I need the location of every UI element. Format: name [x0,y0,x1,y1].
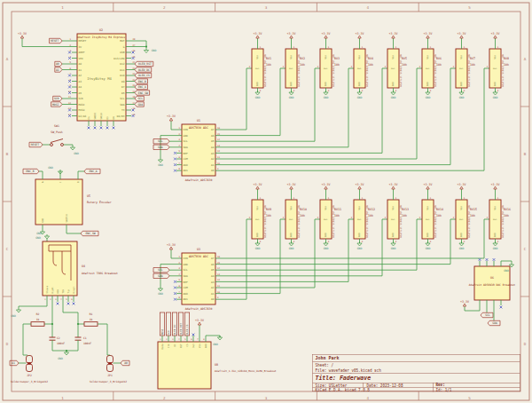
solder-jumper-JP1[interactable] [107,356,113,364]
power-3v3-symbol[interactable] [460,36,463,38]
gnd-symbol[interactable] [426,92,430,95]
power-3v3-symbol[interactable] [325,36,327,38]
gnd-symbol[interactable] [70,147,74,150]
gnd-symbol[interactable] [324,243,328,246]
power-3v3-symbol[interactable] [169,247,172,249]
wire[interactable] [64,145,74,146]
resistor-R1[interactable] [84,322,98,327]
power-3v3-symbol[interactable] [256,36,259,38]
wire[interactable] [22,43,72,47]
wire[interactable] [501,261,512,263]
net-wire[interactable] [221,219,320,288]
power-3v3-symbol[interactable] [463,304,466,306]
power-3v3-symbol[interactable] [169,118,172,121]
gnd-symbol[interactable] [255,92,260,95]
jumper-ref: JP2 [27,374,32,377]
gnd-symbol[interactable] [289,243,293,246]
power-3v3-symbol[interactable] [325,186,327,189]
gnd-symbol[interactable] [44,236,49,239]
gnd-symbol[interactable] [391,92,395,95]
wire[interactable] [98,324,110,355]
pot-value: 10k [504,63,509,67]
power-3v3-symbol[interactable] [256,186,259,189]
switch-contact[interactable] [51,144,53,146]
title-block[interactable]: John Park Sheet: / File: wavefader_v05.k… [312,354,520,391]
wire[interactable] [171,254,176,258]
gnd-symbol[interactable] [459,92,464,95]
gnd-label: GND [459,247,465,250]
pin-number: 1 [328,197,330,200]
power-3v3-symbol[interactable] [290,186,293,189]
gnd-symbol[interactable] [64,352,68,355]
pot-lib-name: Adafruit SC6021 Pot 10k [467,204,471,238]
pot-ref: RV13 [402,208,409,211]
pin-name: GND [42,217,44,222]
power-3v3-symbol[interactable] [20,36,23,38]
gnd-symbol[interactable] [493,92,497,95]
pot-value: 10k [436,214,442,217]
solder-jumper-JP2[interactable] [27,364,33,372]
power-3v3-symbol[interactable] [494,186,497,189]
net-wire[interactable] [221,68,320,141]
wire[interactable] [63,302,78,337]
capacitor-C2[interactable] [50,337,56,340]
global-label-text: SDA [158,146,163,149]
power-3v3-symbol[interactable] [460,186,463,189]
pin-number: 3 [260,90,262,92]
power-3v3-symbol[interactable] [392,36,395,38]
wire[interactable] [23,324,31,355]
schematic-canvas[interactable]: 1122334455AABBCCDDU1ADS7830 ADCAdafruit_… [0,0,532,403]
gnd-symbol[interactable] [357,243,362,246]
rotary-encoder-U5[interactable] [35,179,82,225]
pin-name: REF [184,152,188,155]
power-3v3-symbol[interactable] [426,36,429,38]
pot-lib-name: Adafruit SC6021 Pot 10k [434,204,437,238]
gnd-symbol[interactable] [144,51,148,53]
pin-number: 2 [453,66,455,68]
gnd-symbol[interactable] [493,243,497,246]
wire[interactable] [171,125,176,130]
pin-name: D12 [120,62,124,66]
gnd-symbol[interactable] [426,243,430,246]
gnd-symbol[interactable] [357,92,362,95]
net-wire[interactable] [221,68,252,130]
power-3v3-symbol[interactable] [426,186,429,189]
gnd-label: GND [11,314,16,318]
switch-contact[interactable] [61,144,64,146]
wire[interactable] [19,302,47,308]
pin-number: 6 [71,298,73,301]
gnd-symbol[interactable] [217,337,222,340]
wire[interactable] [39,171,43,174]
gnd-symbol[interactable] [391,243,395,246]
gnd-symbol[interactable] [459,243,464,246]
gnd-symbol[interactable] [158,160,162,162]
solder-jumper-JP1[interactable] [107,364,113,372]
wire[interactable] [78,171,84,174]
wire[interactable] [66,225,81,233]
wire[interactable] [66,340,78,351]
pin-number: 2 [419,217,421,219]
power-3v3-symbol[interactable] [198,322,200,325]
solder-jumper-JP2[interactable] [27,356,33,364]
adc-U1[interactable] [182,124,215,176]
gnd-symbol[interactable] [324,92,328,95]
pin-name: A0 [211,297,215,301]
wire[interactable] [465,305,480,311]
power-3v3-label: +3.3V [322,183,331,186]
global-label-text: OLED_DC [173,324,176,335]
oled-breakout-U8[interactable] [158,342,211,389]
power-3v3-symbol[interactable] [358,36,361,38]
gnd-symbol[interactable] [255,243,260,246]
switch-lever[interactable] [51,139,63,143]
capacitor-C1[interactable] [75,337,82,340]
resistor-R2[interactable] [31,322,44,327]
gnd-symbol[interactable] [158,288,162,291]
adc-U3[interactable] [182,253,215,304]
gnd-symbol[interactable] [16,310,20,312]
power-3v3-symbol[interactable] [290,36,293,38]
gnd-symbol[interactable] [289,92,293,95]
power-3v3-symbol[interactable] [392,186,395,189]
power-3v3-symbol[interactable] [494,36,497,38]
pin-name: AREF [79,51,85,54]
power-3v3-symbol[interactable] [358,186,361,189]
